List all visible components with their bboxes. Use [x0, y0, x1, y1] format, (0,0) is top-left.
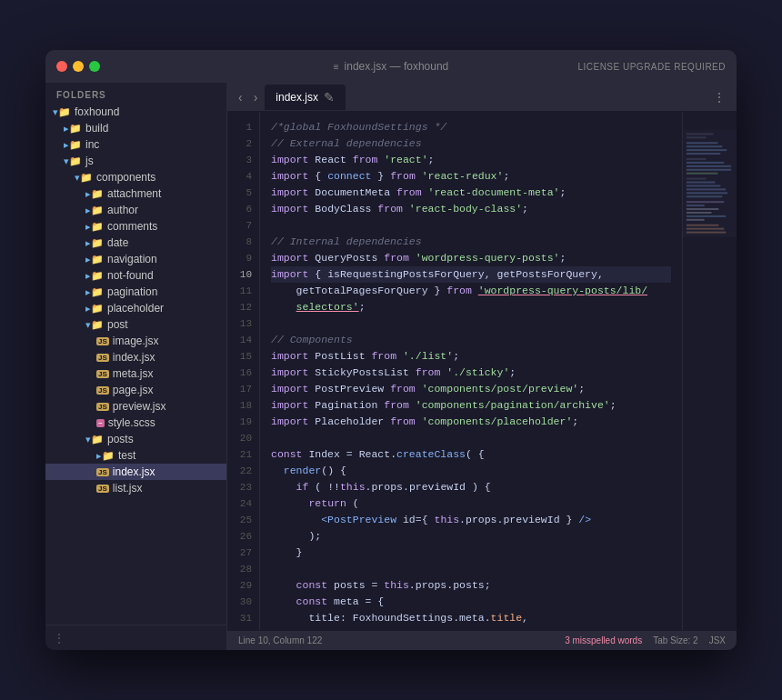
folder-open-icon: ▾📁 [53, 106, 71, 118]
language-label[interactable]: JSX [709, 635, 726, 645]
code-line-12: selectors'; [271, 299, 671, 315]
code-line-25: <PostPreview id={ this.props.previewId }… [271, 512, 671, 528]
folder-icon: ▸📁 [85, 286, 104, 298]
sidebar-item-preview-jsx[interactable]: JS preview.jsx [45, 398, 226, 415]
sidebar-toggle-icon[interactable]: ⋮ [53, 631, 65, 645]
code-line-4: import { connect } from 'react-redux'; [271, 168, 671, 185]
sidebar-item-list-jsx[interactable]: JS list.jsx [45, 480, 226, 496]
misspelled-words-count[interactable]: 3 misspelled words [565, 635, 642, 645]
sidebar-item-build[interactable]: ▸📁 build [45, 120, 226, 136]
sidebar-item-pagination[interactable]: ▸📁 pagination [45, 284, 226, 300]
sidebar-header: FOLDERS [45, 83, 226, 104]
line-num-5: 5 [227, 185, 259, 201]
sidebar-item-page-jsx[interactable]: JS page.jsx [45, 382, 226, 398]
sidebar-item-js[interactable]: ▾📁 js [45, 153, 226, 169]
folder-icon: ▸📁 [85, 270, 104, 282]
code-line-15: import PostList from './list'; [271, 348, 671, 365]
code-line-18: import Pagination from 'components/pagin… [271, 397, 671, 414]
line-num-2: 2 [227, 135, 259, 152]
code-line-21: const Index = React.createClass( { [271, 446, 671, 463]
sidebar-item-comments[interactable]: ▸📁 comments [45, 218, 226, 235]
line-num-22: 22 [227, 463, 259, 479]
code-line-19: import Placeholder from 'components/plac… [271, 414, 671, 430]
folder-icon: ▸📁 [85, 303, 104, 315]
code-line-9: import QueryPosts from 'wordpress-query-… [271, 250, 671, 266]
code-line-23: if ( !!this.props.previewId ) { [271, 479, 671, 495]
code-line-20 [271, 430, 671, 446]
line-num-8: 8 [227, 234, 259, 250]
tab-prev-button[interactable]: ‹ [235, 90, 246, 105]
line-num-26: 26 [227, 528, 259, 545]
statusbar: Line 10, Column 122 3 misspelled words T… [227, 630, 737, 650]
sidebar-item-image-jsx[interactable]: JS image.jsx [45, 333, 226, 349]
minimize-button[interactable] [73, 61, 84, 72]
tab-index-jsx[interactable]: index.jsx ✎ [265, 85, 346, 110]
sidebar-item-author[interactable]: ▸📁 author [45, 202, 226, 218]
code-line-24: return ( [271, 495, 671, 512]
titlebar: ≡ index.jsx — foxhound LICENSE UPGRADE R… [45, 50, 737, 83]
folder-open-icon: ▾📁 [75, 172, 93, 184]
file-icon: ≡ [334, 62, 339, 72]
line-num-6: 6 [227, 201, 259, 217]
line-num-16: 16 [227, 365, 259, 381]
window-title: index.jsx — foxhound [345, 60, 449, 73]
editor-area: ‹ › index.jsx ✎ ⋮ 1 2 3 4 5 6 [227, 83, 737, 650]
traffic-lights [56, 61, 100, 72]
tab-bar: ‹ › index.jsx ✎ ⋮ [227, 83, 737, 112]
code-content[interactable]: /*global FoxhoundSettings */ // External… [260, 112, 682, 630]
line-num-29: 29 [227, 577, 259, 594]
close-button[interactable] [56, 61, 67, 72]
sidebar-item-date[interactable]: ▸📁 date [45, 235, 226, 251]
license-notice[interactable]: LICENSE UPGRADE REQUIRED [577, 62, 726, 72]
line-num-20: 20 [227, 430, 259, 446]
line-num-24: 24 [227, 495, 259, 512]
sidebar-item-style-scss[interactable]: ~ style.scss [45, 415, 226, 431]
line-numbers: 1 2 3 4 5 6 7 8 9 10 11 12 13 14 15 16 1 [227, 112, 260, 630]
sidebar-item-components[interactable]: ▾📁 components [45, 169, 226, 185]
folder-icon: ▸📁 [85, 221, 104, 233]
line-num-15: 15 [227, 348, 259, 365]
sidebar-item-navigation[interactable]: ▸📁 navigation [45, 251, 226, 267]
js-badge: JS [96, 403, 109, 411]
code-line-26: ); [271, 528, 671, 545]
folder-icon: ▸📁 [85, 237, 104, 249]
line-num-23: 23 [227, 479, 259, 495]
tab-modified-icon: ✎ [324, 90, 335, 105]
sidebar-item-index-jsx-post[interactable]: JS index.jsx [45, 349, 226, 365]
line-num-13: 13 [227, 315, 259, 332]
sidebar-item-not-found[interactable]: ▸📁 not-found [45, 267, 226, 284]
code-line-5: import DocumentMeta from 'react-document… [271, 185, 671, 201]
code-line-27: } [271, 545, 671, 561]
js-badge: JS [96, 354, 109, 362]
code-line-17: import PostPreview from 'components/post… [271, 381, 671, 397]
code-line-13 [271, 315, 671, 332]
maximize-button[interactable] [89, 61, 100, 72]
line-num-19: 19 [227, 414, 259, 430]
sidebar-bottom: ⋮ [45, 625, 226, 650]
folder-open-icon: ▾📁 [64, 155, 82, 167]
code-line-6: import BodyClass from 'react-body-class'… [271, 201, 671, 217]
sidebar-item-test[interactable]: ▸📁 test [45, 447, 226, 464]
sidebar-item-post[interactable]: ▾📁 post [45, 316, 226, 333]
sidebar-item-foxhound[interactable]: ▾📁 foxhound [45, 104, 226, 120]
sidebar-item-placeholder[interactable]: ▸📁 placeholder [45, 300, 226, 316]
minimap [682, 112, 737, 630]
sidebar-item-meta-jsx[interactable]: JS meta.jsx [45, 365, 226, 382]
js-badge: JS [96, 386, 109, 395]
line-num-21: 21 [227, 446, 259, 463]
tab-size-label[interactable]: Tab Size: 2 [653, 635, 697, 645]
sidebar-item-attachment[interactable]: ▸📁 attachment [45, 185, 226, 202]
js-badge: JS [96, 485, 109, 493]
folder-open-icon: ▾📁 [85, 434, 104, 445]
line-num-7: 7 [227, 217, 259, 234]
sidebar-item-index-jsx-posts[interactable]: JS index.jsx [45, 464, 226, 480]
folder-open-icon: ▾📁 [85, 319, 104, 331]
app-window: ≡ index.jsx — foxhound LICENSE UPGRADE R… [45, 50, 737, 650]
sidebar-item-posts[interactable]: ▾📁 posts [45, 431, 226, 447]
main-content: FOLDERS ▾📁 foxhound ▸📁 build ▸📁 inc ▾📁 [45, 83, 737, 650]
editor-menu-button[interactable]: ⋮ [709, 90, 729, 105]
tab-next-button[interactable]: › [250, 90, 262, 105]
js-badge: JS [96, 468, 109, 476]
line-num-17: 17 [227, 381, 259, 397]
sidebar-item-inc[interactable]: ▸📁 inc [45, 136, 226, 153]
